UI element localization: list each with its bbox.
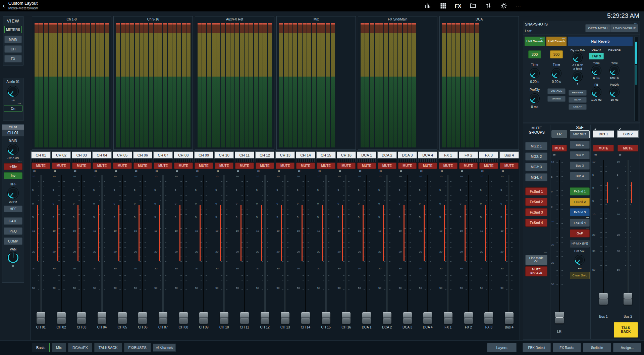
strip-name-button[interactable]: CH 14	[296, 151, 315, 159]
fx3-mix-knob[interactable]	[573, 52, 583, 62]
strip-name-button[interactable]: CH 08	[174, 151, 193, 159]
strip-name-button[interactable]: CH 16	[337, 151, 356, 159]
fader-handle[interactable]	[220, 312, 228, 324]
sof-mix-bus-button[interactable]: MIX BUS	[570, 130, 590, 138]
fx2-gated-button[interactable]: GATED	[547, 96, 566, 102]
fx-racks-button[interactable]: FX Racks	[553, 343, 581, 352]
tab-talkback[interactable]: TALKBACK	[94, 343, 122, 352]
fx3-xfeed-knob[interactable]	[573, 72, 583, 82]
aux-on-button[interactable]: On	[4, 105, 22, 112]
fader-track[interactable]	[427, 175, 428, 323]
strip-name-button[interactable]: CH 04	[92, 151, 112, 159]
fader-track[interactable]	[183, 175, 184, 323]
strip-mute-button[interactable]: MUTE	[32, 163, 50, 169]
sof-fxsnd-4-dots[interactable]: •••	[586, 216, 589, 218]
hp-mix-button[interactable]: HP MIX (5/6)	[570, 240, 590, 248]
strip-mute-button[interactable]: MUTE	[72, 163, 91, 169]
fader-handle[interactable]	[138, 312, 147, 324]
sof-bus-3-button[interactable]: Bus 3	[570, 162, 590, 170]
strip-mute-button[interactable]: MUTE	[459, 163, 478, 169]
strip-mute-button[interactable]: MUTE	[256, 163, 274, 169]
fader-track[interactable]	[223, 175, 225, 323]
fader-handle[interactable]	[464, 312, 473, 324]
gate-button[interactable]: GATE	[4, 217, 22, 225]
fader-handle[interactable]	[98, 312, 106, 324]
fader-handle[interactable]	[423, 312, 432, 324]
edit-pencil-icon[interactable]	[593, 127, 597, 130]
back-icon[interactable]: ‹	[0, 2, 8, 10]
fx3-reverb-time-knob[interactable]	[609, 65, 620, 76]
phantom-menu-dots[interactable]: •••	[18, 161, 22, 163]
sof-fxsnd-2-button[interactable]: FxSnd 2	[570, 198, 590, 206]
more-icon[interactable]: ···	[516, 3, 521, 8]
strip-mute-button[interactable]: MUTE	[133, 163, 152, 169]
fx-icon[interactable]: FX	[455, 2, 461, 9]
strip-name-button[interactable]: CH 02	[52, 151, 71, 159]
strip-mute-button[interactable]: MUTE	[195, 163, 213, 169]
bus-name-button[interactable]: Bus 2	[617, 130, 639, 138]
fader-track[interactable]	[284, 175, 286, 323]
fader-handle[interactable]	[301, 312, 310, 324]
strip-name-button[interactable]: CH 01	[31, 151, 51, 159]
fader-track[interactable]	[468, 175, 469, 323]
strip-mute-button[interactable]: MUTE	[93, 163, 111, 169]
bus-name-button[interactable]: Bus 1	[593, 130, 614, 138]
sof-fxsnd-3-button[interactable]: FxSnd 3	[570, 208, 590, 216]
strip-mute-button[interactable]: MUTE	[439, 163, 458, 169]
strip-mute-button[interactable]: MUTE	[418, 163, 437, 169]
fader-track[interactable]	[142, 175, 143, 323]
fx3-mode-slap-button[interactable]: SLAP	[569, 97, 587, 103]
sof-gof-dots[interactable]: •••	[586, 227, 589, 229]
strip-name-button[interactable]: CH 11	[235, 151, 254, 159]
edit-pencil-icon[interactable]	[618, 127, 621, 130]
bus-mute-button[interactable]: MUTE	[593, 145, 614, 151]
phantom-48v-button[interactable]: +48v	[4, 163, 22, 170]
fader-track[interactable]	[244, 175, 245, 323]
strip-name-button[interactable]: FX 3	[479, 151, 498, 159]
mute-fxsnd-4-button[interactable]: FxSnd 4	[525, 219, 547, 227]
fader-track[interactable]	[345, 175, 347, 323]
fader-handle[interactable]	[624, 293, 632, 305]
peq-button[interactable]: PEQ	[4, 227, 22, 235]
view-button-fx[interactable]: FX	[4, 55, 22, 62]
sof-fxsnd-4-button[interactable]: FxSnd 4	[570, 219, 590, 227]
fader-track[interactable]	[162, 175, 164, 323]
strip-mute-button[interactable]: MUTE	[398, 163, 417, 169]
sof-fxsnd-1-button[interactable]: FxSnd 1	[570, 187, 590, 195]
fader-handle[interactable]	[342, 312, 351, 324]
fader-track[interactable]	[447, 175, 449, 323]
sof-gof-button[interactable]: GoF	[570, 229, 590, 237]
strip-name-button[interactable]: DCA 1	[357, 151, 376, 159]
fader-track[interactable]	[40, 175, 42, 323]
fader-track[interactable]	[81, 175, 82, 323]
mute-group-3-button[interactable]: MG3: 3	[525, 163, 547, 171]
tab-mix[interactable]: Mix	[52, 343, 66, 352]
strip-name-button[interactable]: CH 05	[113, 151, 132, 159]
fader-track[interactable]	[407, 175, 408, 323]
strip-mute-button[interactable]: MUTE	[215, 163, 233, 169]
routing-icon[interactable]	[485, 2, 492, 9]
strip-name-button[interactable]: CH 06	[133, 151, 153, 159]
meter-bars-icon[interactable]	[424, 2, 431, 9]
fx2-title[interactable]: Hall Reverb •••	[546, 37, 567, 46]
strip-name-button[interactable]: CH 13	[275, 151, 295, 159]
assign-button[interactable]: Assign...	[613, 343, 641, 352]
mute-fxsnd-1-button[interactable]: FxSnd 1	[525, 187, 547, 195]
fx2-menu-dots[interactable]: •••	[562, 37, 566, 39]
fx1-menu-dots[interactable]: •••	[540, 37, 544, 39]
mute-group-4-button[interactable]: MG4: 4	[525, 173, 547, 181]
fader-handle[interactable]	[444, 312, 452, 324]
sof-bus-2-button[interactable]: Bus 2	[570, 151, 590, 159]
fader-track[interactable]	[488, 175, 489, 323]
view-button-meters[interactable]: METERS	[4, 26, 22, 33]
mute-fxsnd-3-button[interactable]: FxSnd 3	[525, 208, 547, 216]
fader-handle[interactable]	[555, 312, 564, 323]
layers-button[interactable]: Layers	[487, 343, 517, 352]
folder-icon[interactable]	[469, 2, 477, 9]
mute-group-2-button[interactable]: MG2: 2	[525, 152, 547, 161]
strip-mute-button[interactable]: MUTE	[52, 163, 71, 169]
strip-name-button[interactable]: CH 10	[214, 151, 234, 159]
fader-track[interactable]	[366, 175, 367, 323]
fx1-time-knob[interactable]	[530, 68, 540, 78]
fader-handle[interactable]	[179, 312, 188, 324]
